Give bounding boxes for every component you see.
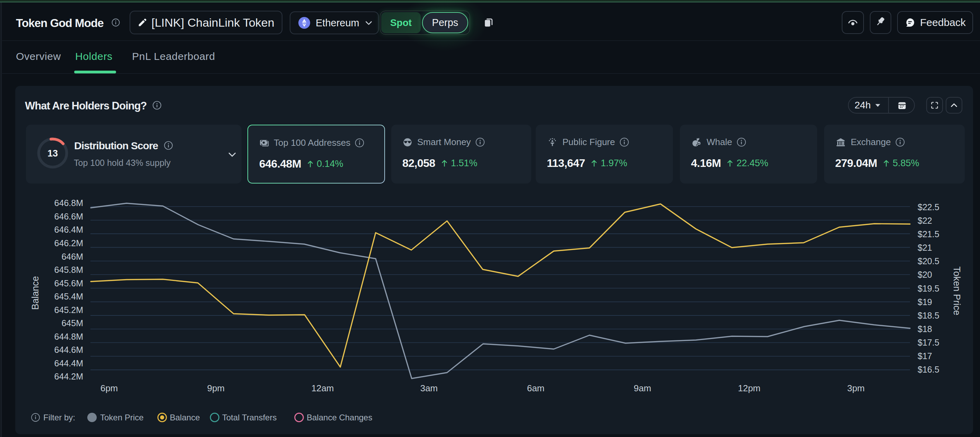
- svg-text:12am: 12am: [311, 383, 334, 393]
- svg-text:$19.5: $19.5: [918, 283, 939, 293]
- svg-text:9am: 9am: [634, 383, 651, 393]
- svg-text:Total Transfers: Total Transfers: [222, 413, 277, 422]
- svg-text:Balance: Balance: [30, 276, 41, 310]
- svg-text:644.8M: 644.8M: [54, 332, 83, 341]
- svg-text:644.2M: 644.2M: [54, 372, 83, 381]
- svg-text:3am: 3am: [420, 383, 438, 393]
- svg-text:$22.5: $22.5: [918, 202, 939, 212]
- svg-text:$21.5: $21.5: [918, 229, 939, 239]
- svg-text:645.6M: 645.6M: [54, 279, 83, 288]
- svg-text:645M: 645M: [61, 318, 83, 328]
- svg-text:$16.5: $16.5: [918, 365, 939, 374]
- svg-text:$22: $22: [918, 216, 932, 225]
- svg-text:645.4M: 645.4M: [54, 291, 83, 301]
- svg-text:9pm: 9pm: [207, 383, 225, 393]
- svg-text:3pm: 3pm: [847, 383, 865, 393]
- svg-text:$18.5: $18.5: [918, 310, 939, 320]
- svg-text:$17.5: $17.5: [918, 337, 939, 347]
- svg-text:Balance: Balance: [170, 413, 200, 422]
- svg-text:6am: 6am: [527, 383, 545, 393]
- svg-text:12pm: 12pm: [738, 383, 760, 393]
- svg-text:Token Price: Token Price: [951, 266, 962, 315]
- svg-text:$21: $21: [918, 243, 932, 252]
- svg-text:646.8M: 646.8M: [54, 198, 83, 208]
- svg-text:$20: $20: [918, 270, 932, 279]
- svg-text:6pm: 6pm: [100, 383, 118, 393]
- svg-text:Balance Changes: Balance Changes: [307, 413, 372, 422]
- svg-text:646M: 646M: [61, 252, 83, 261]
- svg-text:Token Price: Token Price: [100, 413, 143, 422]
- svg-text:645.8M: 645.8M: [54, 265, 83, 275]
- svg-text:$18: $18: [918, 324, 932, 334]
- svg-text:646.4M: 646.4M: [54, 225, 83, 234]
- svg-text:646.6M: 646.6M: [54, 212, 83, 221]
- svg-text:646.2M: 646.2M: [54, 238, 83, 248]
- svg-text:644.6M: 644.6M: [54, 345, 83, 355]
- svg-text:644.4M: 644.4M: [54, 358, 83, 368]
- svg-text:645.2M: 645.2M: [54, 305, 83, 315]
- svg-text:$19: $19: [918, 297, 932, 307]
- svg-text:$17: $17: [918, 351, 932, 361]
- svg-text:Filter by:: Filter by:: [43, 413, 75, 422]
- svg-text:$20.5: $20.5: [918, 256, 939, 266]
